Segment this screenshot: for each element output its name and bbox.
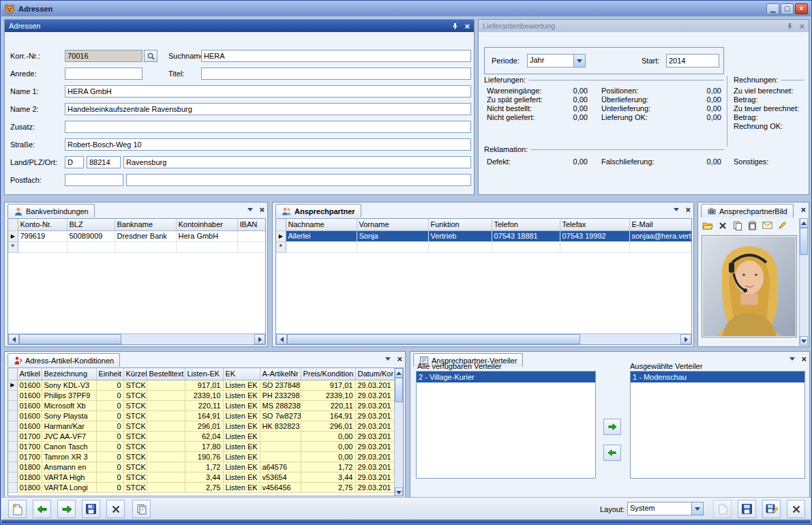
- chosen-verteiler-list[interactable]: 1 - Modenschau: [630, 371, 805, 479]
- tab-ansprechpartner[interactable]: Ansprechpartner: [275, 204, 361, 217]
- column-header[interactable]: EK: [223, 368, 260, 380]
- table-row[interactable]: 01700 JVC AA-VF7 0 STCK 62,04 Listen EK …: [8, 431, 395, 441]
- cancel-button[interactable]: [106, 500, 125, 518]
- remove-verteiler-button[interactable]: [603, 445, 621, 461]
- row-selector-header[interactable]: [8, 219, 18, 230]
- row-selector-cell[interactable]: [8, 421, 17, 431]
- tab-bankverbindungen[interactable]: Bankverbindungen: [7, 204, 95, 217]
- column-header[interactable]: Datum/Kor: [355, 368, 395, 380]
- available-verteiler-list[interactable]: 2 - Village-Kurier: [416, 371, 596, 479]
- chevron-down-icon[interactable]: [573, 55, 585, 67]
- name2-field[interactable]: [65, 103, 471, 115]
- row-selector-cell[interactable]: ▶: [8, 380, 17, 390]
- scrollbar-thumb[interactable]: [395, 378, 403, 402]
- new-row[interactable]: *: [8, 241, 266, 252]
- table-row[interactable]: 01800 Ansmann en 0 STCK 1,72 Listen EK a…: [8, 462, 395, 472]
- column-header[interactable]: IBAN: [237, 219, 266, 230]
- close-panel-icon[interactable]: ×: [800, 205, 806, 214]
- row-selector-cell[interactable]: [8, 472, 17, 482]
- layout-save-button[interactable]: [738, 500, 756, 518]
- row-selector-cell[interactable]: ▶: [8, 230, 18, 241]
- table-row[interactable]: 01700 Canon Tasch 0 STCK 17,80 Listen EK…: [8, 441, 395, 451]
- periode-combo[interactable]: Jahr: [527, 54, 586, 68]
- new-row-marker[interactable]: *: [276, 241, 286, 252]
- panel-menu-icon[interactable]: [247, 208, 253, 211]
- column-header[interactable]: Bezeichnung: [42, 368, 96, 380]
- open-image-button[interactable]: [701, 219, 714, 232]
- korr-nr-field[interactable]: [65, 50, 142, 62]
- column-header[interactable]: Einheit: [96, 368, 123, 380]
- table-row[interactable]: 01600 Microsoft Xb 0 STCK 220,11 Listen …: [8, 400, 395, 410]
- row-selector-cell[interactable]: ▶: [276, 230, 286, 241]
- row-selector-header[interactable]: [276, 219, 286, 230]
- new-record-button[interactable]: [8, 500, 27, 518]
- strasse-field[interactable]: [65, 138, 471, 151]
- table-row-selected[interactable]: ▶ Allerlei Sonja Vertrieb 07543 18881 07…: [276, 230, 692, 241]
- copy-button[interactable]: [132, 500, 151, 518]
- scroll-down-icon[interactable]: [800, 336, 808, 346]
- column-header[interactable]: Bankname: [115, 219, 176, 230]
- table-row[interactable]: 01800 VARTA Longi 0 STCK 2,75 Listen EK …: [8, 482, 395, 492]
- suchname-field[interactable]: [201, 50, 471, 62]
- column-header[interactable]: Preis/Kondition: [301, 368, 355, 380]
- scroll-down-icon[interactable]: [395, 487, 403, 496]
- scrollbar-thumb[interactable]: [287, 334, 580, 344]
- new-row[interactable]: *: [276, 241, 692, 252]
- column-header[interactable]: Funktion: [428, 219, 492, 230]
- postfach-field[interactable]: [65, 174, 123, 186]
- horizontal-scrollbar[interactable]: [8, 333, 265, 344]
- scrollbar-thumb[interactable]: [19, 334, 121, 344]
- table-row[interactable]: 01600 Sony Playsta 0 STCK 164,91 Listen …: [8, 410, 395, 421]
- list-item[interactable]: 2 - Village-Kurier: [417, 372, 595, 382]
- search-button[interactable]: [144, 50, 157, 62]
- column-header[interactable]: Konto-Nr.: [18, 219, 67, 230]
- edit-image-button[interactable]: [776, 219, 789, 232]
- table-row[interactable]: ▶ 799619 50089009 Dresdner Bank Hera Gmb…: [8, 230, 266, 241]
- column-header[interactable]: Kontoinhaber: [176, 219, 237, 230]
- layout-new-button[interactable]: [713, 500, 732, 518]
- scroll-right-icon[interactable]: [254, 334, 265, 344]
- chevron-down-icon[interactable]: [691, 502, 703, 515]
- anrede-field[interactable]: [65, 68, 142, 80]
- scroll-left-icon[interactable]: [8, 334, 19, 344]
- column-header[interactable]: Telefax: [560, 219, 629, 230]
- ort-field[interactable]: [123, 156, 471, 168]
- column-header[interactable]: Vorname: [357, 219, 428, 230]
- minimize-button[interactable]: ▁: [766, 3, 779, 14]
- layout-combo[interactable]: System: [627, 502, 704, 515]
- row-selector-cell[interactable]: [8, 400, 17, 410]
- row-selector-cell[interactable]: [8, 451, 17, 462]
- copy-image-button[interactable]: [731, 219, 744, 232]
- row-selector-cell[interactable]: [8, 462, 17, 472]
- plz-field[interactable]: [87, 156, 121, 168]
- row-selector-cell[interactable]: [8, 390, 17, 400]
- scroll-right-icon[interactable]: [680, 334, 691, 344]
- pin-icon[interactable]: [786, 22, 794, 30]
- table-row[interactable]: 01600 Philips 37PF9 0 STCK 2339,10 Liste…: [8, 390, 395, 400]
- postfach-ort-field[interactable]: [126, 174, 471, 186]
- save-button[interactable]: [82, 500, 100, 518]
- column-header[interactable]: Listen-EK: [185, 368, 223, 380]
- row-selector-header[interactable]: [8, 368, 17, 380]
- table-row[interactable]: 01700 Tamron XR 3 0 STCK 190,76 Listen E…: [8, 451, 395, 462]
- scroll-left-icon[interactable]: [276, 334, 287, 344]
- scroll-up-icon[interactable]: [395, 368, 403, 378]
- column-header[interactable]: Nachname: [286, 219, 357, 230]
- panel-menu-icon[interactable]: [674, 208, 679, 211]
- table-row[interactable]: 01600 Harman/Kar 0 STCK 296,01 Listen EK…: [8, 421, 395, 431]
- column-header[interactable]: Artikel: [17, 368, 42, 380]
- title-bar[interactable]: Adressen ▁ ▢ ×: [1, 1, 811, 16]
- column-header[interactable]: E-Mail: [629, 219, 692, 230]
- panel-menu-icon[interactable]: [385, 357, 391, 361]
- new-row-marker[interactable]: *: [8, 241, 18, 252]
- titel-field[interactable]: [201, 68, 471, 80]
- list-item[interactable]: 1 - Modenschau: [631, 372, 805, 382]
- close-panel-icon[interactable]: ×: [685, 205, 691, 214]
- table-row[interactable]: 01800 VARTA High 0 STCK 3,44 Listen EK v…: [8, 472, 395, 482]
- scrollbar-thumb[interactable]: [800, 228, 808, 255]
- column-header[interactable]: Kürzel: [123, 368, 147, 380]
- row-selector-cell[interactable]: [8, 431, 17, 441]
- pin-icon[interactable]: [451, 22, 459, 30]
- add-verteiler-button[interactable]: [603, 419, 621, 435]
- name1-field[interactable]: [65, 85, 471, 97]
